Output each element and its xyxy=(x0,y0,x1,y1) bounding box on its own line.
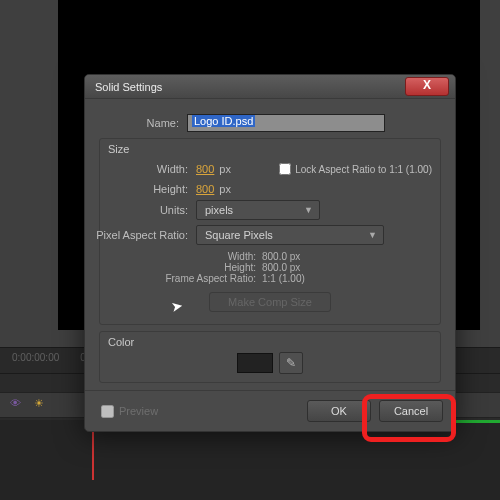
eyedropper-button[interactable]: ✎ xyxy=(279,352,303,374)
timecode-left[interactable]: 0:00:00:00 xyxy=(12,352,59,363)
eye-icon[interactable]: 👁 xyxy=(10,397,21,409)
info-width-key: Width: xyxy=(156,251,262,262)
units-label: Units: xyxy=(108,204,196,216)
size-section-title: Size xyxy=(108,143,432,155)
info-height-val: 800.0 px xyxy=(262,262,322,273)
dialog-footer: Preview OK Cancel xyxy=(85,390,455,431)
size-info: Width:800.0 px Height:800.0 px Frame Asp… xyxy=(108,251,432,284)
info-width-val: 800.0 px xyxy=(262,251,322,262)
ok-button[interactable]: OK xyxy=(307,400,371,422)
lock-aspect-label: Lock Aspect Ratio to 1:1 (1.00) xyxy=(295,164,432,175)
par-dropdown[interactable]: Square Pixels ▼ xyxy=(196,225,384,245)
cancel-button[interactable]: Cancel xyxy=(379,400,443,422)
width-label: Width: xyxy=(108,163,196,175)
name-label: Name: xyxy=(119,117,187,129)
color-swatch[interactable] xyxy=(237,353,273,373)
make-comp-size-button: Make Comp Size xyxy=(209,292,331,312)
lock-aspect-input[interactable] xyxy=(279,163,291,175)
dialog-title: Solid Settings xyxy=(95,81,405,93)
par-value: Square Pixels xyxy=(205,229,273,241)
units-value: pixels xyxy=(205,204,233,216)
width-field[interactable]: 800 xyxy=(196,163,214,175)
shy-icon[interactable]: ☀ xyxy=(34,397,44,410)
solid-settings-dialog: Solid Settings X Name: Logo ID.psd Size … xyxy=(84,74,456,432)
name-field[interactable]: Logo ID.psd xyxy=(187,114,385,132)
info-height-key: Height: xyxy=(156,262,262,273)
chevron-down-icon: ▼ xyxy=(368,230,377,240)
color-section-title: Color xyxy=(108,336,432,348)
eyedropper-icon: ✎ xyxy=(286,356,296,370)
units-dropdown[interactable]: pixels ▼ xyxy=(196,200,320,220)
preview-checkbox: Preview xyxy=(97,402,158,421)
dialog-titlebar[interactable]: Solid Settings X xyxy=(85,75,455,99)
info-far-key: Frame Aspect Ratio: xyxy=(156,273,262,284)
height-unit: px xyxy=(219,183,231,195)
close-button[interactable]: X xyxy=(405,77,449,96)
size-section: Size Width: 800 px Lock Aspect Ratio to … xyxy=(99,138,441,325)
preview-input xyxy=(101,405,114,418)
height-field[interactable]: 800 xyxy=(196,183,214,195)
name-value: Logo ID.psd xyxy=(192,115,255,127)
lock-aspect-checkbox[interactable]: Lock Aspect Ratio to 1:1 (1.00) xyxy=(275,160,432,178)
color-section: Color ✎ xyxy=(99,331,441,383)
height-label: Height: xyxy=(108,183,196,195)
timeline-panel[interactable] xyxy=(0,420,500,500)
preview-label: Preview xyxy=(119,405,158,417)
info-far-val: 1:1 (1.00) xyxy=(262,273,322,284)
par-label: Pixel Aspect Ratio: xyxy=(94,229,196,241)
chevron-down-icon: ▼ xyxy=(304,205,313,215)
width-unit: px xyxy=(219,163,231,175)
